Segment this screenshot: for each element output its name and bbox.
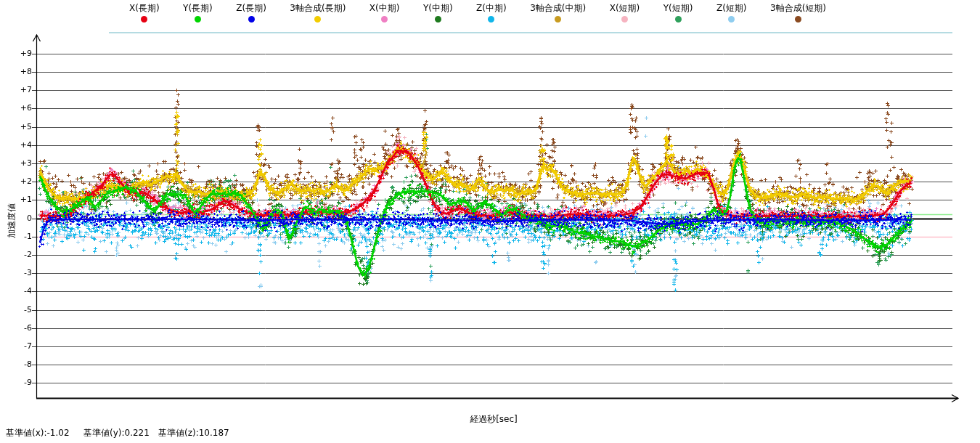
y-tick-+3: +3 — [10, 158, 32, 168]
legend-item-Y(長期): Y(長期) — [183, 4, 213, 23]
accelerometer-chart-window: X(長期)Y(長期)Z(長期)3軸合成(長期)X(中期)Y(中期)Z(中期)3軸… — [0, 0, 980, 443]
legend-color-dot — [488, 16, 494, 23]
legend-label: Z(長期) — [236, 4, 266, 13]
legend-item-X(中期): X(中期) — [369, 4, 400, 23]
legend-color-dot — [141, 16, 147, 23]
legend-color-dot — [248, 16, 255, 23]
baseline-y-value: 基準値(y):0.221 — [83, 427, 150, 439]
legend-label: 3軸合成(中期) — [530, 4, 586, 13]
y-tick--7: -7 — [10, 341, 32, 351]
legend-item-X(短期): X(短期) — [610, 4, 640, 23]
y-tick--1: -1 — [10, 232, 32, 242]
legend-item-Y(短期): Y(短期) — [663, 4, 693, 23]
legend-color-dot — [621, 16, 628, 23]
legend-label: 3軸合成(長期) — [290, 4, 346, 13]
legend-color-dot — [314, 16, 321, 23]
legend-label: Y(長期) — [183, 4, 213, 13]
legend-label: Y(中期) — [423, 4, 453, 13]
y-tick-+7: +7 — [10, 85, 32, 95]
baseline-z-value: 基準値(z):10.187 — [158, 427, 229, 439]
legend-separator-line — [109, 32, 952, 33]
y-tick--6: -6 — [10, 323, 32, 333]
y-tick--9: -9 — [10, 378, 32, 388]
legend-label: Z(中期) — [476, 4, 507, 13]
status-bar: 基準値(x):-1.02 基準値(y):0.221 基準値(z):10.187 — [0, 427, 980, 440]
y-tick-+1: +1 — [10, 195, 32, 205]
y-tick--4: -4 — [10, 286, 32, 296]
chart-legend: X(長期)Y(長期)Z(長期)3軸合成(長期)X(中期)Y(中期)Z(中期)3軸… — [129, 4, 826, 23]
legend-item-3軸合成(長期): 3軸合成(長期) — [290, 4, 346, 23]
y-tick-+9: +9 — [10, 49, 32, 59]
legend-color-dot — [195, 16, 201, 23]
y-tick-+2: +2 — [10, 176, 32, 187]
legend-item-X(長期): X(長期) — [129, 4, 160, 23]
legend-item-Z(長期): Z(長期) — [236, 4, 266, 23]
legend-color-dot — [435, 16, 441, 23]
legend-label: Y(短期) — [663, 4, 693, 13]
y-tick-+8: +8 — [10, 67, 32, 77]
y-tick--3: -3 — [10, 268, 32, 278]
legend-color-dot — [728, 16, 735, 23]
chart-canvas — [0, 0, 980, 443]
y-tick-+5: +5 — [10, 122, 32, 132]
legend-label: X(長期) — [129, 4, 160, 13]
legend-label: Z(短期) — [716, 4, 747, 13]
legend-label: 3軸合成(短期) — [770, 4, 826, 13]
legend-item-3軸合成(短期): 3軸合成(短期) — [770, 4, 826, 23]
y-tick-+6: +6 — [10, 103, 32, 113]
y-tick--2: -2 — [10, 250, 32, 260]
y-tick--8: -8 — [10, 359, 32, 370]
legend-color-dot — [381, 16, 388, 23]
legend-color-dot — [795, 16, 801, 23]
legend-label: X(短期) — [610, 4, 640, 13]
y-tick--5: -5 — [10, 305, 32, 315]
legend-item-3軸合成(中期): 3軸合成(中期) — [530, 4, 586, 23]
legend-label: X(中期) — [369, 4, 400, 13]
legend-item-Y(中期): Y(中期) — [423, 4, 453, 23]
legend-color-dot — [675, 16, 682, 23]
baseline-x-value: 基準値(x):-1.02 — [6, 427, 70, 439]
x-axis-title: 経過秒[sec] — [436, 413, 552, 426]
legend-color-dot — [555, 16, 561, 23]
legend-item-Z(中期): Z(中期) — [476, 4, 507, 23]
y-tick-+4: +4 — [10, 140, 32, 150]
y-tick-0: 0 — [10, 214, 32, 224]
legend-item-Z(短期): Z(短期) — [716, 4, 747, 23]
